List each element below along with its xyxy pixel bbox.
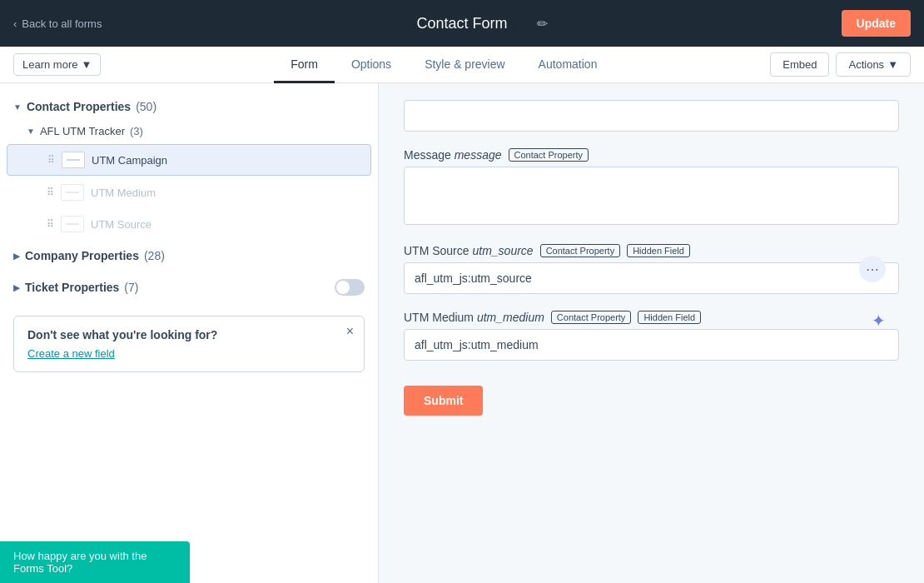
utm-source-hidden-field-badge: Hidden Field — [627, 244, 690, 257]
field-type-icon — [61, 216, 84, 232]
form-title: Contact Form — [416, 15, 507, 32]
company-properties-group: ▶ Company Properties (28) — [0, 242, 378, 269]
back-to-all-forms-button[interactable]: ‹ Back to all forms — [13, 17, 102, 30]
learn-more-button[interactable]: Learn more ▼ — [13, 53, 101, 76]
ticket-properties-header[interactable]: ▶ Ticket Properties (7) — [0, 272, 378, 302]
chevron-down-icon: ▼ — [27, 127, 35, 136]
message-label: Message message — [404, 148, 502, 162]
field-item-utm-source[interactable]: ⠿ UTM Source — [7, 209, 371, 239]
field-options-dots-button[interactable]: ⋯ — [859, 256, 886, 282]
contact-properties-count: (50) — [136, 100, 156, 113]
company-properties-label: Company Properties — [25, 249, 139, 262]
satisfaction-bar[interactable]: How happy are you with the Forms Tool? — [0, 541, 190, 583]
contact-properties-label: Contact Properties — [27, 100, 131, 113]
field-item-utm-campaign[interactable]: ⠿ UTM Campaign — [7, 144, 371, 176]
contact-properties-header[interactable]: ▼ Contact Properties (50) — [0, 93, 378, 120]
back-arrow-icon: ‹ — [13, 17, 17, 30]
field-item-utm-medium[interactable]: ⠿ UTM Medium — [7, 177, 371, 207]
ticket-properties-count: (7) — [124, 281, 138, 294]
utm-medium-hidden-field-badge: Hidden Field — [638, 311, 701, 324]
message-property-italic: message — [455, 148, 502, 162]
tab-options[interactable]: Options — [335, 47, 408, 83]
field-type-icon — [61, 184, 84, 201]
header: ‹ Back to all forms Contact Form ✏ Updat… — [0, 0, 924, 47]
tab-automation[interactable]: Automation — [522, 47, 614, 83]
company-properties-count: (28) — [144, 249, 165, 262]
field-name-label: UTM Medium — [91, 187, 156, 199]
chevron-right-icon: ▶ — [13, 283, 20, 292]
utm-medium-label-row: UTM Medium utm_medium Contact Property H… — [404, 311, 899, 324]
field-name-label: UTM Campaign — [92, 154, 167, 167]
utm-source-label: UTM Source utm_source — [404, 244, 534, 257]
chevron-down-icon: ▼ — [887, 58, 898, 71]
form-field-utm-source-container: UTM Source utm_source Contact Property H… — [404, 244, 899, 294]
utm-medium-input[interactable] — [404, 329, 899, 361]
message-textarea[interactable] — [404, 167, 899, 225]
top-field-input[interactable] — [404, 100, 899, 132]
drag-handle-icon: ⠿ — [47, 154, 55, 166]
embed-button[interactable]: Embed — [770, 52, 829, 77]
chevron-down-icon: ▼ — [81, 58, 92, 71]
back-label: Back to all forms — [22, 17, 102, 30]
ticket-properties-label: Ticket Properties — [25, 281, 119, 294]
edit-title-icon[interactable]: ✏ — [537, 16, 548, 32]
utm-source-italic: utm_source — [472, 244, 533, 257]
form-field-top — [404, 100, 899, 132]
afl-utm-tracker-count: (3) — [130, 125, 143, 137]
main-layout: ▼ Contact Properties (50) ▼ AFL UTM Trac… — [0, 83, 924, 583]
satisfaction-label: How happy are you with the Forms Tool? — [13, 550, 147, 575]
header-actions: Update — [842, 10, 911, 37]
form-field-utm-medium: UTM Medium utm_medium Contact Property H… — [404, 311, 899, 361]
notification-close-button[interactable]: × — [346, 325, 354, 338]
create-new-field-link[interactable]: Create a new field — [27, 347, 115, 360]
utm-source-label-row: UTM Source utm_source Contact Property H… — [404, 244, 899, 257]
afl-utm-tracker-label: AFL UTM Tracker — [40, 125, 125, 137]
notification-box: Don't see what you're looking for? Creat… — [13, 316, 365, 372]
message-contact-property-badge: Contact Property — [509, 148, 589, 162]
tab-form[interactable]: Form — [274, 47, 335, 83]
message-label-row: Message message Contact Property — [404, 148, 899, 162]
sidebar: ▼ Contact Properties (50) ▼ AFL UTM Trac… — [0, 83, 379, 583]
afl-utm-tracker-header[interactable]: ▼ AFL UTM Tracker (3) — [0, 120, 378, 142]
actions-label: Actions — [848, 58, 884, 71]
embed-label: Embed — [782, 58, 817, 71]
company-properties-header[interactable]: ▶ Company Properties (28) — [0, 242, 378, 269]
field-name-label: UTM Source — [91, 218, 152, 231]
tab-style-preview[interactable]: Style & preview — [408, 47, 521, 83]
utm-medium-label: UTM Medium utm_medium — [404, 311, 544, 324]
ticket-properties-toggle-container — [335, 279, 365, 296]
learn-more-label: Learn more — [22, 58, 77, 71]
utm-source-contact-property-badge: Contact Property — [540, 244, 621, 257]
form-field-utm-source: UTM Source utm_source Contact Property H… — [404, 244, 899, 294]
actions-button[interactable]: Actions ▼ — [836, 52, 911, 77]
nav-tabs: Form Options Style & preview Automation — [117, 47, 770, 82]
chevron-down-icon: ▼ — [13, 102, 22, 112]
update-button[interactable]: Update — [842, 10, 911, 37]
ticket-properties-toggle[interactable] — [335, 279, 365, 296]
notification-title: Don't see what you're looking for? — [27, 328, 350, 341]
form-field-message: Message message Contact Property — [404, 148, 899, 227]
ticket-properties-group: ▶ Ticket Properties (7) — [0, 272, 378, 302]
utm-source-input[interactable] — [404, 262, 899, 294]
field-type-icon — [62, 152, 85, 168]
utm-medium-italic: utm_medium — [477, 311, 544, 324]
drag-handle-icon: ⠿ — [47, 187, 54, 198]
form-area: Message message Contact Property UTM Sou… — [379, 83, 924, 583]
drag-handle-icon: ⠿ — [47, 218, 54, 230]
submit-button[interactable]: Submit — [404, 386, 483, 416]
toggle-knob — [336, 281, 350, 294]
nav-right-actions: Embed Actions ▼ — [770, 52, 911, 77]
nav-bar: Learn more ▼ Form Options Style & previe… — [0, 47, 924, 83]
utm-medium-contact-property-badge: Contact Property — [551, 311, 632, 324]
ai-sparkle-icon[interactable]: ✦ — [872, 311, 886, 331]
contact-properties-group: ▼ Contact Properties (50) ▼ AFL UTM Trac… — [0, 93, 378, 239]
chevron-right-icon: ▶ — [13, 252, 20, 261]
